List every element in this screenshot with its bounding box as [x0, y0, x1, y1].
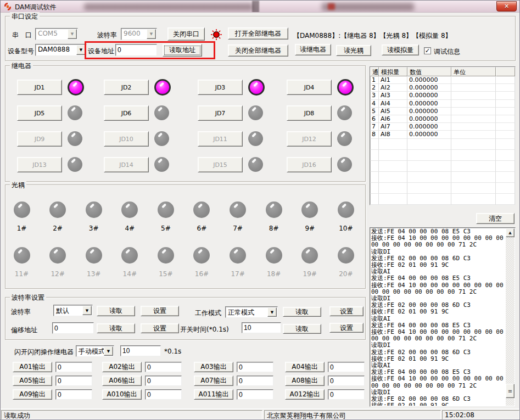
relay-led-jd11: [248, 131, 263, 146]
output-button-a011输出[interactable]: A011输出: [194, 389, 233, 400]
output-value-input-a03输出[interactable]: [237, 362, 273, 372]
relay-button-jd10[interactable]: JD10: [104, 131, 149, 147]
offset-addr-input[interactable]: [52, 322, 94, 334]
output-button-a08输出[interactable]: A08输出: [285, 376, 325, 386]
switch-time-set-button[interactable]: 设置: [329, 323, 364, 333]
offset-set-button[interactable]: 设置: [141, 323, 179, 333]
column-header[interactable]: 数值: [407, 67, 451, 76]
relay-button-jd4[interactable]: JD4: [287, 80, 332, 95]
output-button-a06输出[interactable]: A06输出: [102, 376, 142, 386]
com-port-select[interactable]: COM5 ▼: [35, 28, 78, 40]
log-line: 读取AI: [371, 316, 505, 322]
output-value-input-a011输出[interactable]: [237, 389, 273, 400]
relay-button-jd9[interactable]: JD9: [17, 131, 62, 147]
table-row[interactable]: 1AI10.000000: [370, 76, 515, 84]
column-header[interactable]: 单位: [451, 67, 496, 76]
close-all-relays-button[interactable]: 关闭全部继电器: [228, 44, 288, 57]
read-relay-button[interactable]: 读继电器: [295, 44, 331, 55]
relay-button-jd16[interactable]: JD16: [287, 157, 332, 172]
debug-log[interactable]: 发送:FE 04 00 00 00 08 E5 C3接收:FE 04 10 00…: [370, 227, 516, 407]
debug-info-checkbox[interactable]: ✓: [424, 47, 431, 54]
table-row[interactable]: 5AI50.000000: [370, 108, 515, 115]
open-all-relays-button[interactable]: 打开全部继电器: [228, 27, 288, 40]
close-port-button[interactable]: 关闭串口: [167, 27, 205, 41]
workmode-select[interactable]: 正常模式 ▼: [225, 306, 278, 318]
relay-button-jd5[interactable]: JD5: [17, 105, 62, 121]
output-button-a03输出[interactable]: A03输出: [194, 362, 233, 372]
output-button-a04输出[interactable]: A04输出: [285, 362, 325, 372]
output-value-input-a09输出[interactable]: [55, 389, 92, 400]
baud-default-select[interactable]: 默认 ▼: [53, 305, 93, 316]
column-header[interactable]: 模拟量: [379, 67, 407, 76]
relay-button-jd7[interactable]: JD7: [198, 105, 243, 121]
table-row[interactable]: 3AI30.000000: [370, 92, 515, 99]
relay-button-jd13[interactable]: JD13: [17, 157, 62, 172]
table-cell: AI3: [379, 92, 407, 99]
switch-time-input[interactable]: [242, 322, 281, 333]
output-button-a02输出[interactable]: A02输出: [102, 362, 142, 372]
output-value-input-a05输出[interactable]: [55, 376, 92, 386]
clear-log-button[interactable]: 清空: [476, 213, 515, 224]
relay-button-jd2[interactable]: JD2: [104, 80, 149, 95]
opto-led-8: [266, 201, 282, 218]
output-button-a07输出[interactable]: A07输出: [194, 376, 233, 386]
workmode-read-button[interactable]: 读取: [283, 307, 321, 317]
read-analog-button[interactable]: 读模拟量: [382, 44, 419, 55]
flash-time-input[interactable]: [120, 345, 161, 356]
relay-button-jd14[interactable]: JD14: [104, 157, 149, 172]
output-value-input-a01输出[interactable]: [55, 362, 92, 372]
table-row[interactable]: 4AI40.000000: [370, 100, 515, 108]
read-opto-button[interactable]: 读光耦: [336, 45, 371, 56]
offset-read-button[interactable]: 读取: [97, 323, 135, 333]
relay-button-jd3[interactable]: JD3: [198, 80, 243, 95]
scroll-up-icon[interactable]: ▲: [506, 228, 515, 237]
device-model-select[interactable]: DAM0888 ▼: [35, 44, 87, 56]
relay-button-jd8[interactable]: JD8: [287, 105, 332, 121]
output-button-a05输出[interactable]: A05输出: [13, 376, 52, 386]
relay-button-jd15[interactable]: JD15: [198, 157, 243, 172]
table-row[interactable]: 2AI20.000000: [370, 84, 515, 92]
close-icon[interactable]: ✕: [496, 1, 517, 12]
table-cell: [451, 150, 496, 161]
output-button-a09输出[interactable]: A09输出: [13, 389, 52, 400]
table-cell: [496, 100, 515, 108]
opto-led-5: [158, 201, 174, 218]
relay-button-jd6[interactable]: JD6: [104, 105, 149, 121]
output-value-input-a012输出[interactable]: [328, 389, 365, 400]
flash-mode-select[interactable]: 手动模式 ▼: [76, 345, 114, 357]
output-value-input-a06输出[interactable]: [145, 376, 182, 386]
output-button-a012输出[interactable]: A012输出: [285, 389, 325, 400]
table-cell: [496, 76, 515, 84]
output-value-input-a010输出[interactable]: [145, 389, 182, 400]
relay-button-jd11[interactable]: JD11: [198, 131, 243, 147]
table-cell: [451, 123, 496, 131]
column-header[interactable]: 通: [370, 67, 379, 76]
opto-led-12: [49, 247, 66, 264]
device-addr-input[interactable]: [115, 44, 157, 56]
device-info-text: 【DAM0888】:【继电器 8】【光耦 8】【模拟量 8】: [293, 31, 452, 41]
scrollbar-thumb[interactable]: ≡: [506, 384, 515, 398]
output-value-input-a02输出[interactable]: [145, 362, 182, 372]
read-addr-button[interactable]: 读取地址: [163, 44, 202, 57]
baud-read-button[interactable]: 读取: [97, 306, 135, 316]
baud-set-button[interactable]: 设置: [141, 306, 179, 316]
column-header[interactable]: [496, 67, 515, 76]
output-value-input-a04输出[interactable]: [328, 362, 365, 372]
output-value-input-a07输出[interactable]: [237, 376, 273, 386]
output-button-a010输出[interactable]: A010输出: [102, 389, 142, 400]
log-scrollbar[interactable]: ▲ ≡: [506, 228, 515, 406]
baud-rate-select[interactable]: 9600 ▼: [121, 28, 157, 40]
relay-button-jd1[interactable]: JD1: [17, 80, 62, 95]
status-message: 读取成功: [1, 410, 262, 419]
relay-button-jd12[interactable]: JD12: [287, 131, 332, 147]
output-value-input-a08输出[interactable]: [328, 376, 365, 386]
workmode-set-button[interactable]: 设置: [329, 306, 364, 316]
relay-led-jd2: [154, 79, 171, 96]
output-button-a01输出[interactable]: A01输出: [13, 362, 52, 372]
switch-time-read-button[interactable]: 读取: [283, 324, 321, 334]
table-row[interactable]: 8AI80.000000: [370, 131, 515, 138]
table-row[interactable]: 7AI70.000000: [370, 123, 515, 131]
table-row[interactable]: 6AI60.000000: [370, 115, 515, 123]
analog-table[interactable]: 通模拟量数值单位1AI10.0000002AI20.0000003AI30.00…: [370, 66, 516, 205]
background-bleed: [322, 3, 414, 11]
